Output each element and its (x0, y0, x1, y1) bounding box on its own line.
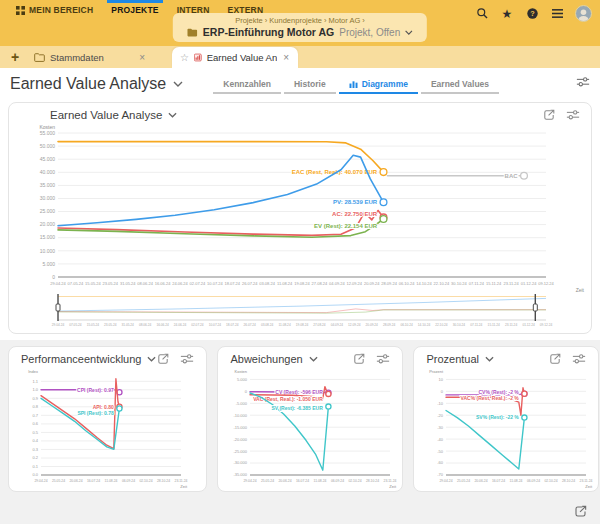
breadcrumb[interactable]: Projekte › Kundenprojekte › Motor AG › E… (173, 13, 427, 42)
svg-text:23.11.24: 23.11.24 (384, 479, 397, 483)
chart-title[interactable]: Prozentual (426, 353, 494, 365)
topbar-icons: ★ ? (475, 5, 592, 22)
svg-text:10.07.24: 10.07.24 (209, 323, 222, 327)
search-icon[interactable] (475, 7, 489, 21)
svg-text:26.07.24: 26.07.24 (243, 323, 256, 327)
sliders-icon[interactable] (576, 75, 590, 89)
pin-star-icon[interactable]: ☆ (180, 52, 189, 63)
svg-text:CV (Rest): -596 EUR: CV (Rest): -596 EUR (276, 389, 324, 395)
favorites-star-icon[interactable]: ★ (500, 7, 514, 21)
chevron-down-icon (405, 30, 413, 35)
add-tab-button[interactable]: + (4, 49, 26, 68)
svg-text:23.05.24: 23.05.24 (103, 281, 119, 286)
svg-text:02.10.24: 02.10.24 (139, 479, 152, 483)
svg-text:-40: -40 (438, 437, 445, 442)
export-icon[interactable] (548, 352, 562, 366)
sliders-icon[interactable] (376, 352, 390, 366)
svg-text:Zeit: Zeit (576, 287, 585, 293)
svg-text:0.1: 0.1 (32, 464, 38, 469)
svg-text:03.08.24: 03.08.24 (261, 323, 274, 327)
svg-text:09.12.24: 09.12.24 (538, 281, 554, 286)
svg-text:-70: -70 (438, 472, 445, 477)
subtab-label: Diagramme (362, 79, 408, 89)
tab-historie[interactable]: Historie (284, 74, 336, 94)
menu-item-mein-bereich[interactable]: MEIN BEREICH (8, 0, 101, 20)
svg-text:-10.000: -10.000 (234, 413, 248, 418)
tab-label: Stammdaten (50, 52, 104, 63)
tab-stammdaten[interactable]: Stammdaten × (26, 47, 154, 68)
close-icon[interactable]: × (282, 52, 290, 63)
chevron-down-icon (168, 112, 177, 118)
svg-text:Prozent: Prozent (430, 369, 445, 374)
chart-title[interactable]: Abweichungen (230, 353, 317, 365)
eva-module-icon (194, 53, 202, 62)
sliders-icon[interactable] (572, 352, 586, 366)
hamburger-menu-icon[interactable] (550, 7, 564, 21)
time-range-selector[interactable]: 29.04.2407.05.2415.05.2423.05.2431.05.24… (12, 293, 586, 331)
tab-earned-values[interactable]: Earned Values (421, 74, 499, 94)
avatar[interactable] (575, 5, 592, 22)
svg-text:AC: 22.750 EUR: AC: 22.750 EUR (332, 211, 378, 217)
earned-value-chart: Kosten55.00050.00045.00040.00035.00030.0… (12, 123, 586, 293)
chart-title-text: Abweichungen (230, 353, 302, 365)
project-title: ERP-Einführung Motor AG (203, 26, 334, 38)
export-icon[interactable] (156, 352, 170, 366)
svg-text:-20.000: -20.000 (234, 437, 248, 442)
sliders-icon[interactable] (180, 352, 194, 366)
svg-text:28.10.24: 28.10.24 (157, 479, 170, 483)
svg-text:0.2: 0.2 (32, 455, 38, 460)
tab-kennzahlen[interactable]: Kennzahlen (213, 74, 281, 94)
svg-text:55.000: 55.000 (40, 130, 56, 136)
svg-text:22.10.24: 22.10.24 (434, 281, 450, 286)
deviations-chart: Kosten5.0000-5.000-10.000-15.000-20.000-… (222, 367, 398, 489)
percentage-chart: Prozent100-10-20-30-40-50-60-7029.04.242… (418, 367, 594, 489)
page-title[interactable]: Earned Value Analyse (10, 75, 183, 93)
svg-text:01.12.24: 01.12.24 (521, 281, 537, 286)
svg-text:23.05.24: 23.05.24 (104, 323, 117, 327)
svg-text:-30.000: -30.000 (234, 460, 248, 465)
sliders-icon[interactable] (566, 108, 580, 122)
svg-text:11.08.24: 11.08.24 (277, 281, 293, 286)
svg-text:45.000: 45.000 (40, 156, 56, 162)
close-icon[interactable]: × (138, 52, 146, 63)
chart-title-text: Prozentual (426, 353, 479, 365)
svg-text:16.07.24: 16.07.24 (296, 479, 309, 483)
tab-diagramme[interactable]: Diagramme (339, 74, 418, 94)
svg-text:-10: -10 (438, 401, 445, 406)
chevron-down-icon (309, 356, 318, 362)
svg-text:CPI (Rest): 0.97: CPI (Rest): 0.97 (77, 387, 114, 393)
svg-text:-50: -50 (438, 449, 445, 454)
folder-icon (34, 53, 45, 62)
project-status: Projekt, Offen (339, 27, 400, 38)
svg-text:35.000: 35.000 (40, 182, 56, 188)
svg-text:Kosten: Kosten (235, 369, 247, 374)
svg-text:20.06.24: 20.06.24 (69, 479, 82, 483)
help-icon[interactable]: ? (525, 7, 539, 21)
svg-text:07.05.24: 07.05.24 (69, 323, 82, 327)
svg-text:04.09.24: 04.09.24 (331, 323, 344, 327)
menu-item-projekte[interactable]: PROJEKTE (103, 0, 166, 20)
svg-text:31.05.24: 31.05.24 (121, 323, 134, 327)
svg-text:08.06.24: 08.06.24 (139, 323, 152, 327)
tab-earned-value-analyse[interactable]: ☆ Earned Value Analy × (172, 47, 298, 68)
svg-text:Zeit: Zeit (180, 484, 188, 489)
menu-label: PROJEKTE (111, 5, 158, 15)
svg-text:20.09.24: 20.09.24 (365, 323, 378, 327)
chart-title[interactable]: Earned Value Analyse (50, 109, 177, 121)
svg-text:24.06.24: 24.06.24 (172, 281, 188, 286)
export-page-icon[interactable] (573, 504, 588, 519)
export-icon[interactable] (542, 108, 556, 122)
svg-text:0.3: 0.3 (32, 447, 38, 452)
chart-title[interactable]: Performanceentwicklung (21, 353, 156, 365)
svg-text:31.05.24: 31.05.24 (120, 281, 136, 286)
page-title-text: Earned Value Analyse (10, 75, 166, 93)
svg-text:22.10.24: 22.10.24 (435, 323, 448, 327)
svg-text:12.09.24: 12.09.24 (347, 281, 363, 286)
svg-text:19.08.24: 19.08.24 (296, 323, 309, 327)
svg-text:10: 10 (439, 377, 444, 382)
svg-text:30.000: 30.000 (40, 195, 56, 201)
svg-text:23.11.24: 23.11.24 (503, 281, 519, 286)
svg-text:-35.000: -35.000 (234, 472, 248, 477)
svg-text:25.05.24: 25.05.24 (261, 479, 274, 483)
export-icon[interactable] (352, 352, 366, 366)
